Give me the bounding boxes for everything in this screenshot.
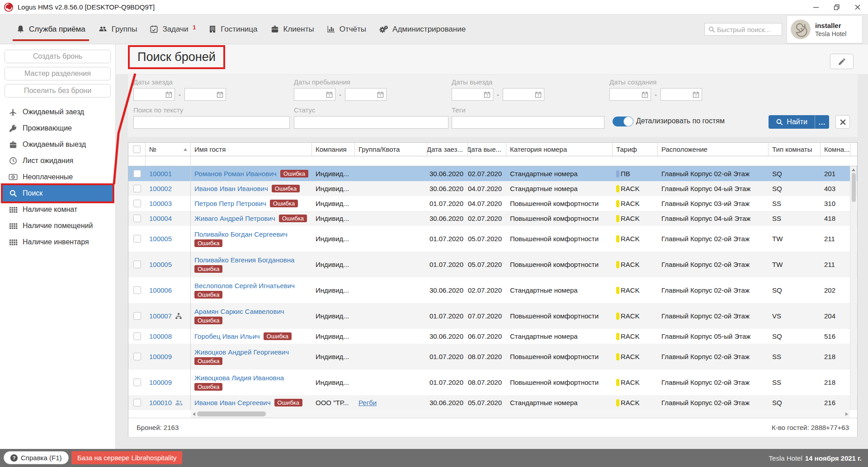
tags-input[interactable] bbox=[452, 116, 604, 129]
text-search-input[interactable] bbox=[133, 116, 290, 129]
guest-name-link[interactable]: Арамян Саркис Самвелович bbox=[194, 308, 284, 315]
booking-number-link[interactable]: 100010 bbox=[149, 399, 172, 406]
row-checkbox[interactable] bbox=[133, 353, 141, 360]
date-from-input[interactable]: 7 bbox=[609, 88, 651, 101]
row-checkbox[interactable] bbox=[133, 261, 141, 268]
date-to-input[interactable]: 7 bbox=[503, 88, 544, 101]
group-link[interactable]: Регби bbox=[359, 399, 377, 406]
guest-name-link[interactable]: Горобец Иван Ильич bbox=[194, 332, 260, 340]
nav-tab[interactable]: Задачи1 bbox=[143, 14, 202, 44]
table-row[interactable]: 100008 Горобец Иван ИльичОшибка Индивид.… bbox=[128, 329, 857, 344]
date-from-input[interactable]: 7 bbox=[452, 88, 493, 101]
sidebar-button[interactable]: Мастер разделения bbox=[5, 67, 111, 80]
status-input[interactable] bbox=[294, 116, 448, 129]
guest-name-link[interactable]: Веслополов Сергей Игнатьевич bbox=[194, 282, 295, 290]
help-button[interactable]: ? Справка (F1) bbox=[4, 451, 69, 464]
booking-number-link[interactable]: 100003 bbox=[149, 200, 172, 207]
nav-tab[interactable]: Отчёты bbox=[321, 14, 373, 44]
date-from-input[interactable]: 7 bbox=[294, 88, 335, 101]
edit-button[interactable] bbox=[830, 54, 854, 69]
horizontal-scrollbar[interactable] bbox=[191, 410, 850, 418]
date-to-input[interactable]: 7 bbox=[345, 88, 387, 101]
table-row[interactable]: 100007 Арамян Саркис СамвеловичОшибка Ин… bbox=[128, 303, 857, 329]
column-header[interactable]: Дата заез... bbox=[427, 143, 468, 156]
nav-tab[interactable]: Служба приёма bbox=[10, 14, 92, 44]
user-card[interactable]: installer Tesla Hotel bbox=[787, 15, 863, 43]
guest-name-link[interactable]: Иванов Иван Иванович bbox=[194, 185, 268, 192]
booking-number-link[interactable]: 100007 bbox=[149, 312, 172, 320]
sidebar-item[interactable]: 1Неоплаченные bbox=[3, 169, 113, 185]
row-checkbox[interactable] bbox=[133, 378, 141, 386]
nav-tab[interactable]: Администрирование bbox=[373, 14, 472, 44]
column-header[interactable]: Расположение bbox=[658, 143, 769, 156]
date-to-input[interactable]: 7 bbox=[660, 88, 702, 101]
column-header[interactable]: Категория номера bbox=[506, 143, 613, 156]
booking-number-link[interactable]: 100005 bbox=[149, 235, 172, 243]
table-row[interactable]: 100004 Живаго Андрей ПетровичОшибка Инди… bbox=[128, 211, 857, 226]
booking-number-link[interactable]: 100002 bbox=[149, 185, 172, 192]
guest-name-link[interactable]: Иванов Иван Сергеевич bbox=[194, 399, 271, 406]
guest-name-link[interactable]: Романов Роман Иванович bbox=[194, 170, 277, 177]
table-row[interactable]: 100003 Петров Петр ПетровичОшибка Индиви… bbox=[128, 196, 857, 211]
booking-number-link[interactable]: 100008 bbox=[149, 332, 172, 340]
row-checkbox[interactable] bbox=[133, 312, 141, 320]
select-all-checkbox[interactable] bbox=[133, 145, 141, 153]
column-header[interactable]: Дата вые... bbox=[468, 143, 506, 156]
nav-tab[interactable]: Гостиница bbox=[202, 14, 264, 44]
booking-number-link[interactable]: 100009 bbox=[149, 378, 172, 386]
table-row[interactable]: 100009 Живоцков Андрей ГеоргиевичОшибка … bbox=[128, 344, 857, 369]
column-header[interactable]: Имя гостя bbox=[191, 143, 312, 156]
row-checkbox[interactable] bbox=[133, 215, 141, 222]
booking-number-link[interactable]: 100001 bbox=[149, 170, 172, 177]
column-header[interactable]: Тип комнаты bbox=[769, 143, 821, 156]
sidebar-button[interactable]: Поселить без брони bbox=[5, 84, 111, 98]
row-checkbox[interactable] bbox=[133, 185, 141, 192]
find-options-button[interactable]: ... bbox=[815, 115, 829, 129]
sidebar-item[interactable]: Поиск bbox=[3, 185, 113, 201]
row-checkbox[interactable] bbox=[133, 235, 141, 243]
column-header[interactable]: Комна... bbox=[821, 143, 850, 156]
row-checkbox[interactable] bbox=[133, 332, 141, 340]
nav-tab[interactable]: Клиенты bbox=[264, 14, 321, 44]
nav-tab[interactable]: Группы bbox=[92, 14, 144, 44]
sidebar-item[interactable]: Наличие комнат bbox=[3, 201, 113, 218]
sidebar-button[interactable]: Создать бронь bbox=[5, 50, 111, 63]
vertical-scrollbar[interactable] bbox=[850, 166, 857, 410]
column-header[interactable]: № bbox=[146, 143, 191, 156]
booking-number-link[interactable]: 100005 bbox=[149, 261, 172, 268]
guest-name-link[interactable]: Поливайко Евгения Богдановна bbox=[194, 256, 294, 264]
sidebar-item[interactable]: Наличие инвентаря bbox=[3, 234, 113, 250]
table-row[interactable]: 100005 Поливайко Евгения БогдановнаОшибк… bbox=[128, 252, 857, 277]
row-checkbox[interactable] bbox=[133, 286, 141, 294]
date-from-input[interactable]: 7 bbox=[133, 88, 175, 101]
guest-name-link[interactable]: Петров Петр Петрович bbox=[194, 200, 266, 207]
table-row[interactable]: 100009 Живоцкова Лидия ИвановнаОшибка Ин… bbox=[128, 369, 857, 395]
column-filter-row[interactable] bbox=[128, 156, 857, 166]
sidebar-item[interactable]: Ожидаемый заезд bbox=[3, 104, 113, 120]
booking-number-link[interactable]: 100004 bbox=[149, 215, 172, 222]
restore-button[interactable] bbox=[826, 0, 847, 14]
minimize-button[interactable] bbox=[806, 0, 826, 14]
guest-name-link[interactable]: Живаго Андрей Петрович bbox=[194, 215, 275, 222]
table-row[interactable]: 100006 Веслополов Сергей ИгнатьевичОшибк… bbox=[128, 277, 857, 303]
close-button[interactable] bbox=[847, 0, 868, 14]
booking-number-link[interactable]: 100006 bbox=[149, 286, 172, 294]
row-checkbox[interactable] bbox=[133, 399, 141, 406]
sidebar-item[interactable]: Лист ожидания bbox=[3, 153, 113, 169]
guest-name-link[interactable]: Живоцков Андрей Георгиевич bbox=[194, 348, 289, 356]
column-header[interactable]: Группа/Квота bbox=[355, 143, 427, 156]
date-to-input[interactable]: 7 bbox=[184, 88, 226, 101]
table-row[interactable]: 100001 Романов Роман ИвановичОшибка Инди… bbox=[128, 166, 857, 181]
column-header[interactable]: Тариф bbox=[613, 143, 658, 156]
detail-by-guests-toggle[interactable] bbox=[613, 117, 633, 126]
guest-name-link[interactable]: Живоцкова Лидия Ивановна bbox=[194, 374, 284, 382]
table-row[interactable]: 100010 Иванов Иван СергеевичОшибка ООО "… bbox=[128, 395, 857, 410]
quick-search-input[interactable] bbox=[717, 26, 782, 33]
guest-name-link[interactable]: Поливайко Богдан Сергеевич bbox=[194, 230, 288, 238]
sidebar-item[interactable]: Наличие помещений bbox=[3, 218, 113, 234]
clear-filters-button[interactable] bbox=[835, 115, 850, 129]
table-row[interactable]: 100002 Иванов Иван ИвановичОшибка Индиви… bbox=[128, 181, 857, 196]
column-header[interactable]: Компания bbox=[312, 143, 355, 156]
row-checkbox[interactable] bbox=[133, 200, 141, 207]
sidebar-item[interactable]: Проживающие bbox=[3, 120, 113, 136]
